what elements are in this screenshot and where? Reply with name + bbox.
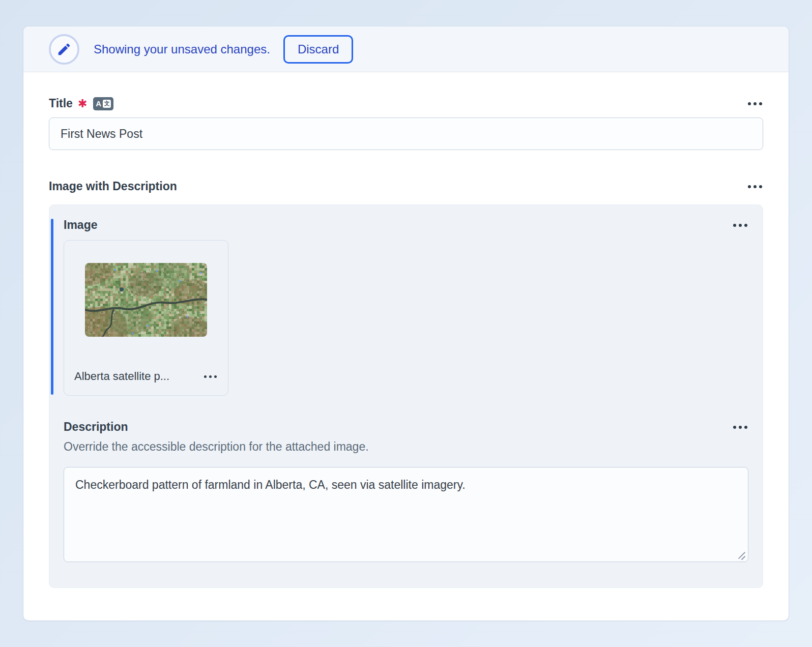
title-label: Title <box>49 97 73 110</box>
active-field-indicator <box>51 219 53 395</box>
translate-icon: A 文 <box>93 97 113 110</box>
image-field-header: Image <box>64 218 748 232</box>
thumbnail-footer: Alberta satellite p... <box>64 370 228 395</box>
description-menu-button ellipsis-icon[interactable] <box>732 423 748 432</box>
required-marker: ✱ <box>78 97 87 110</box>
discard-button[interactable]: Discard <box>283 35 353 64</box>
section-header: Image with Description <box>49 180 763 193</box>
image-with-description-group: Image Alberta satellite p... Description… <box>49 204 763 588</box>
pencil-icon <box>56 42 72 57</box>
image-label: Image <box>64 218 97 232</box>
title-input[interactable] <box>49 117 763 150</box>
unsaved-changes-banner: Showing your unsaved changes. Discard <box>23 26 789 72</box>
description-textarea[interactable]: Checkerboard pattern of farmland in Albe… <box>64 467 748 562</box>
title-menu-button ellipsis-icon[interactable] <box>747 99 763 108</box>
description-field-header: Description <box>64 420 748 434</box>
satellite-thumbnail-image <box>85 263 207 337</box>
translate-icon-glyph: 文 <box>103 100 111 108</box>
unsaved-changes-message: Showing your unsaved changes. <box>94 42 270 56</box>
image-menu-button ellipsis-icon[interactable] <box>732 221 748 230</box>
translate-icon-letter: A <box>96 99 101 108</box>
edit-status-badge <box>49 34 79 65</box>
description-label: Description <box>64 420 128 434</box>
title-field-header: Title ✱ A 文 <box>49 97 763 110</box>
edit-document-panel: Showing your unsaved changes. Discard Ti… <box>23 26 789 621</box>
upload-relationship-card[interactable]: Alberta satellite p... <box>64 240 228 396</box>
section-label: Image with Description <box>49 180 177 193</box>
form-content: Title ✱ A 文 Image with Description Image <box>23 72 789 614</box>
description-help-text: Override the accessible description for … <box>64 440 748 454</box>
description-field: Description Override the accessible desc… <box>64 420 748 564</box>
thumbnail-menu-button ellipsis-icon[interactable] <box>203 372 218 381</box>
thumbnail-caption: Alberta satellite p... <box>74 370 169 383</box>
section-menu-button ellipsis-icon[interactable] <box>747 182 763 191</box>
